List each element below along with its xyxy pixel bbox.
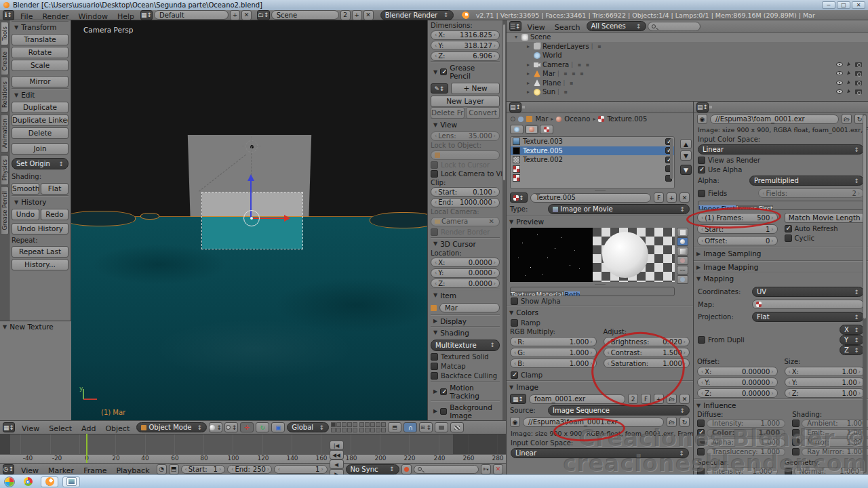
preview-mode-button[interactable]: Texture [511,291,536,296]
transport-button[interactable]: ◀◀ [330,450,344,460]
redo-button[interactable]: Redo [41,209,68,220]
viewport-menu-item[interactable]: Select [44,424,77,433]
convert-button[interactable]: Convert [466,107,500,119]
lens-field[interactable]: ‹Lens:35.000› [431,131,500,141]
edit-button[interactable]: Duplicate [12,102,68,113]
mapping-size-field[interactable]: ‹Z:1.00› [785,388,865,398]
outliner-row[interactable]: ▸ Mar | ▪ ▪ ▪ [507,69,868,79]
influence-slider[interactable]: Emit:1.000 [802,429,868,438]
item-name-field[interactable]: Mar [439,303,500,312]
view-panel-header[interactable]: View [440,121,457,129]
hide-icon[interactable] [836,71,843,75]
viewport-menu-item[interactable]: View [17,424,44,433]
uv-map-field[interactable] [752,300,864,309]
ramp-checkbox[interactable] [511,319,518,327]
flat-button[interactable]: Flat [41,183,68,195]
texture-slot-name[interactable]: Texture.003 [523,138,563,145]
clip-field[interactable]: ‹Start:0.100› [431,187,500,197]
influence-slider[interactable]: Intensity:1.000 [707,467,778,474]
image-browse-icon[interactable]: ▦↕ [510,394,526,404]
mapping-size-field[interactable]: ‹X:1.00› [785,367,865,376]
timeline-menu-item[interactable]: Marker [43,466,79,475]
viewport-menu-item[interactable]: Add [77,424,100,433]
selectable-icon[interactable] [847,71,851,76]
shading-panel-header[interactable]: Shading [440,329,469,337]
breadcrumb-material[interactable]: Oceano [564,115,590,123]
screen-layout-icon[interactable]: ▦↕ [140,10,153,20]
panel-history-header[interactable]: History [21,198,46,206]
outliner-row[interactable]: ▸ Camera | ▪ ▪ [507,60,868,70]
info-menu-item[interactable]: File [16,12,37,21]
colorspace-select[interactable]: Linear↕ [511,448,689,458]
breadcrumb-texture[interactable]: Texture.005 [607,115,647,123]
transport-button[interactable]: ◀ [330,460,344,469]
manipulator-rotate-button[interactable]: ↻ [256,422,269,432]
cursor-panel-header[interactable]: 3D Cursor [440,240,476,248]
mapping-offset-field[interactable]: ‹Y:0.00000› [697,378,778,387]
expander-icon[interactable]: ▸ [525,43,532,49]
mapping-offset-field[interactable]: ‹X:0.00000› [697,367,778,376]
insert-keyframe-button[interactable]: 🗝 [481,464,491,474]
mirror-button[interactable]: Mirror [12,76,68,87]
field-order-button[interactable]: Upper First [698,205,736,210]
scene-icon[interactable]: 🗀↕ [257,10,270,20]
opengl-render-button[interactable] [435,422,448,432]
toolshelf-tab[interactable]: Relations [1,77,9,113]
texture-slot-row[interactable] [511,165,674,174]
delete-layout-button[interactable]: ✕ [241,10,252,20]
lock-to-scene-button[interactable]: ⬒ [388,422,401,432]
fields-count-field[interactable]: ‹Fields:2› [758,188,864,198]
colorspace-select[interactable]: Linear↕ [698,144,864,155]
start-frame-field[interactable]: ‹Start:1› [697,224,778,234]
panel-checkbox[interactable] [440,408,447,415]
layers-widget-2[interactable] [359,422,386,432]
edit-button[interactable]: Delete [12,127,68,139]
repeat-last-button[interactable]: Repeat Last [12,246,68,258]
info-menu-item[interactable]: Render [37,12,73,21]
panel-edit-header[interactable]: Edit [21,91,35,99]
selectable-icon[interactable] [847,89,851,94]
minimize-button[interactable]: ─ [822,1,835,9]
taskbar-chrome-button[interactable] [19,476,37,487]
dimension-field[interactable]: ‹X:1316.825› [431,30,500,40]
preview-world-button[interactable] [677,275,688,284]
grease-pencil-checkbox[interactable] [440,68,447,75]
influence-slider[interactable]: Mirror:1.000 [802,439,868,447]
toolshelf-tab[interactable]: Physics [1,155,9,185]
scene-users-badge[interactable]: 2 [340,10,351,20]
match-movie-length-button[interactable]: Match Movie Length [785,213,865,223]
auto-refresh-checkbox[interactable] [785,225,792,232]
toolshelf-tab[interactable]: Create [1,47,9,75]
image-panel-header[interactable]: Image [516,383,538,391]
panel-checkbox[interactable] [440,388,447,395]
list-scrollbar[interactable] [670,138,673,179]
snap-element-select[interactable]: ⊞↕ [419,422,433,432]
outliner-item-label[interactable]: Scene [530,33,551,41]
dimension-field[interactable]: ‹Z:6.906› [431,52,500,61]
edit-button[interactable]: Duplicate Linked [12,115,68,126]
transform-button[interactable]: Rotate [12,47,68,58]
fields-checkbox[interactable] [698,190,705,197]
keying-set-field[interactable] [414,465,479,474]
adjust-field[interactable]: ‹Brightness:0.020› [604,337,690,346]
cursor-location-field[interactable]: ‹X:0.0000› [431,258,500,267]
expander-icon[interactable]: ▾ [513,34,519,40]
new-texture-header[interactable]: New Texture [9,323,54,331]
lock-object-field[interactable] [431,150,500,160]
hide-icon[interactable] [836,81,843,85]
cyclic-checkbox[interactable] [785,235,792,242]
timeline-menu-item[interactable]: View [16,466,43,475]
transform-orientation-select[interactable]: Global↕ [287,422,329,432]
manipulator-translate-button[interactable]: ✛ [240,422,254,432]
texture-slot-row[interactable]: Texture.002 [511,155,674,165]
image-users-badge[interactable]: 2 [628,394,638,404]
texture-slot-list[interactable]: Texture.003 Texture.005 Texture.002 [510,136,675,189]
expander-icon[interactable]: ▸ [525,70,532,77]
image-name-field[interactable]: foam_0001.exr [529,394,625,404]
timeline-ruler[interactable]: -40-200204060801001201401601802002202402… [0,454,506,463]
influence-slider[interactable]: Translucency:1.000 [707,448,785,457]
current-frame-playhead[interactable] [86,434,87,463]
outliner-item-label[interactable]: World [542,52,562,59]
list-resize-handle[interactable] [507,189,693,192]
colors-panel-header[interactable]: Colors [516,308,538,317]
